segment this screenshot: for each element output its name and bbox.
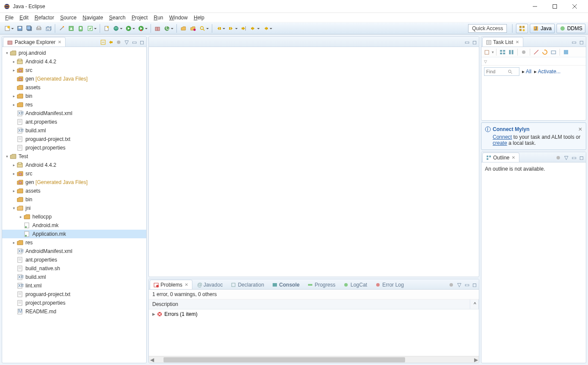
sdk-button[interactable] bbox=[67, 24, 75, 33]
menu-window[interactable]: Window bbox=[167, 14, 190, 22]
twisty-icon[interactable]: ▸ bbox=[11, 103, 17, 107]
errorlog-tab[interactable]: Error Log bbox=[371, 280, 408, 289]
annotation-next-button[interactable] bbox=[227, 24, 236, 33]
focus-workweek-button[interactable] bbox=[520, 48, 528, 56]
horizontal-scrollbar[interactable]: ◀ ▶ bbox=[149, 356, 479, 363]
tree-item[interactable]: project.properties bbox=[2, 299, 146, 307]
problems-tab[interactable]: Problems✕ bbox=[150, 280, 192, 289]
print-button[interactable] bbox=[35, 24, 43, 33]
annotation-prev-button[interactable] bbox=[214, 24, 223, 33]
run-button[interactable] bbox=[124, 24, 133, 33]
tree-item[interactable]: ▸src bbox=[2, 66, 146, 75]
editor-minimize-button[interactable]: ▭ bbox=[463, 39, 470, 46]
menu-project[interactable]: Project bbox=[129, 14, 150, 22]
newpackage-button[interactable] bbox=[153, 24, 162, 33]
close-icon[interactable]: ✕ bbox=[184, 283, 189, 287]
open-perspective-button[interactable] bbox=[516, 24, 528, 33]
maximize-view-button[interactable]: ◻ bbox=[471, 281, 478, 288]
close-icon[interactable]: ✕ bbox=[57, 40, 62, 44]
logcat-tab[interactable]: LogCat bbox=[340, 280, 371, 289]
newtype-button[interactable]: C bbox=[163, 24, 171, 33]
saveall-button[interactable] bbox=[25, 24, 34, 33]
tree-item[interactable]: xmlbuild.xml bbox=[2, 126, 146, 135]
build-button[interactable]: 010 bbox=[44, 24, 53, 33]
tree-project[interactable]: ▾proj.android bbox=[2, 49, 146, 57]
maximize-button[interactable] bbox=[545, 0, 565, 13]
tree-item[interactable]: ▸res bbox=[2, 238, 146, 247]
categorized-button[interactable] bbox=[499, 48, 506, 56]
twisty-icon[interactable]: ▾ bbox=[4, 51, 10, 55]
progress-tab[interactable]: Progress bbox=[304, 280, 339, 289]
tree-project[interactable]: ▾Test bbox=[2, 152, 146, 161]
tree-item[interactable]: proguard-project.txt bbox=[2, 290, 146, 299]
declaration-tab[interactable]: Declaration bbox=[227, 280, 268, 289]
minimize-view-button[interactable]: ▭ bbox=[131, 39, 138, 46]
tree-item[interactable]: ▸Android 4.4.2 bbox=[2, 57, 146, 66]
menu-edit[interactable]: Edit bbox=[17, 14, 31, 22]
tree-item[interactable]: build_native.sh bbox=[2, 264, 146, 273]
search-button[interactable] bbox=[198, 24, 207, 33]
openfolder-button[interactable] bbox=[179, 24, 188, 33]
tree-item[interactable]: xmlbuild.xml bbox=[2, 273, 146, 281]
menu-help[interactable]: Help bbox=[191, 14, 207, 22]
twisty-icon[interactable]: ▸ bbox=[11, 240, 17, 245]
outline-tab[interactable]: Outline✕ bbox=[482, 153, 519, 162]
all-toggle[interactable]: ▸ All bbox=[522, 69, 531, 75]
filenew-button[interactable] bbox=[102, 24, 111, 33]
close-icon[interactable]: ✕ bbox=[515, 40, 519, 44]
col-description[interactable]: Description bbox=[149, 299, 470, 309]
tree-item[interactable]: project.properties bbox=[2, 144, 146, 152]
minimize-view-button[interactable]: ▭ bbox=[463, 281, 470, 288]
twisty-icon[interactable]: ▸ bbox=[11, 94, 17, 98]
tree-item[interactable]: ▸assets bbox=[2, 187, 146, 195]
menu-navigate[interactable]: Navigate bbox=[80, 14, 105, 22]
tree-item[interactable]: assets bbox=[2, 83, 146, 92]
minimize-view-button[interactable]: ▭ bbox=[570, 39, 577, 46]
javadoc-tab[interactable]: @Javadoc bbox=[193, 280, 227, 289]
twisty-icon[interactable]: ▶ bbox=[151, 312, 157, 316]
perspective-java[interactable]: JJava bbox=[530, 24, 554, 33]
opentask-button[interactable] bbox=[189, 24, 197, 33]
tree-item[interactable]: gen [Generated Java Files] bbox=[2, 178, 146, 187]
twisty-icon[interactable]: ▸ bbox=[11, 172, 17, 176]
activate-link[interactable]: ▸ Activate... bbox=[534, 69, 560, 75]
view-menu-icon[interactable]: ▽ bbox=[484, 59, 487, 64]
twisty-icon[interactable]: ▸ bbox=[11, 163, 17, 167]
tree-item[interactable]: xmlAndroidManifest.xml bbox=[2, 109, 146, 118]
tree-item[interactable]: ▸hellocpp bbox=[2, 212, 146, 221]
focus-task-button[interactable] bbox=[555, 154, 562, 161]
lastedit-button[interactable] bbox=[239, 24, 248, 33]
tree-item[interactable]: MREADME.md bbox=[2, 307, 146, 316]
minimize-button[interactable] bbox=[525, 0, 545, 13]
tree-item[interactable]: Android.mk bbox=[2, 221, 146, 230]
mylyn-create-link[interactable]: create bbox=[493, 140, 507, 146]
task-list-tab[interactable]: Task List✕ bbox=[482, 37, 523, 47]
wand-button[interactable] bbox=[57, 24, 66, 33]
ui-legend-button[interactable] bbox=[562, 48, 570, 56]
avd-button[interactable] bbox=[76, 24, 85, 33]
close-icon[interactable]: ✕ bbox=[511, 156, 516, 160]
save-button[interactable] bbox=[16, 24, 24, 33]
maximize-view-button[interactable]: ◻ bbox=[578, 154, 585, 161]
close-icon[interactable]: ✕ bbox=[578, 126, 582, 132]
tree-item[interactable]: ▸src bbox=[2, 169, 146, 178]
nav-back-button[interactable] bbox=[249, 24, 258, 33]
maximize-view-button[interactable]: ◻ bbox=[578, 39, 585, 46]
view-menu-button[interactable]: ▽ bbox=[123, 39, 130, 46]
tree-item[interactable]: xmlAndroidManifest.xml bbox=[2, 247, 146, 256]
quick-access[interactable]: Quick Access bbox=[468, 24, 507, 33]
view-menu-button[interactable]: ▽ bbox=[456, 281, 462, 288]
tree-item[interactable]: bin bbox=[2, 195, 146, 204]
perspective-ddms[interactable]: DDMS bbox=[557, 24, 585, 33]
collapse-all-button[interactable] bbox=[100, 39, 107, 46]
tree-item[interactable]: xmllint.xml bbox=[2, 281, 146, 290]
problems-errors-group[interactable]: ▶ Errors (1 item) bbox=[149, 309, 479, 319]
tree-item[interactable]: proguard-project.txt bbox=[2, 135, 146, 144]
tree-item[interactable]: ▸Android 4.4.2 bbox=[2, 161, 146, 169]
tree-item[interactable]: ▾jni bbox=[2, 204, 146, 212]
find-input[interactable] bbox=[484, 67, 519, 76]
menu-run[interactable]: Run bbox=[151, 14, 166, 22]
menu-file[interactable]: File bbox=[3, 14, 16, 22]
console-tab[interactable]: Console bbox=[268, 280, 303, 289]
debug-button[interactable] bbox=[112, 24, 120, 33]
